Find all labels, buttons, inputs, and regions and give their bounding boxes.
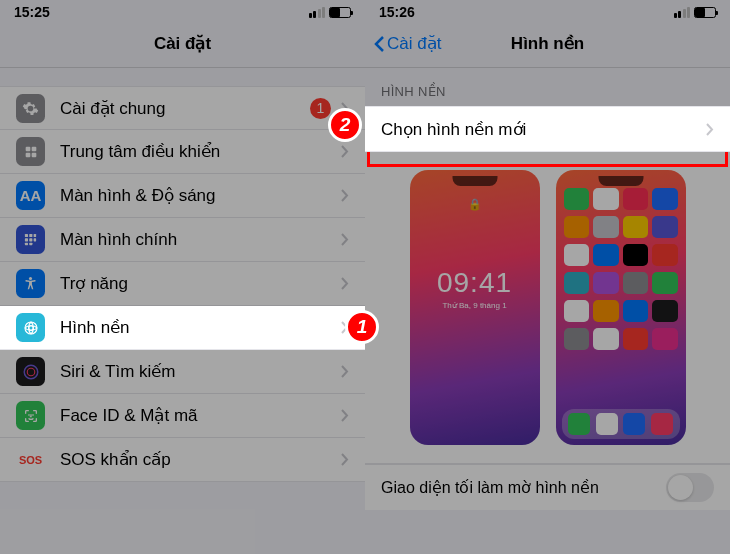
sos-icon: SOS: [16, 445, 45, 474]
cell-choose-wallpaper[interactable]: Chọn hình nền mới: [365, 106, 730, 152]
chevron-right-icon: [341, 145, 349, 158]
cell-display[interactable]: AA Màn hình & Độ sáng: [0, 174, 365, 218]
svg-point-14: [25, 322, 37, 334]
svg-rect-3: [31, 152, 36, 157]
back-label: Cài đặt: [387, 33, 441, 54]
battery-icon: [694, 7, 716, 18]
cell-label: Giao diện tối làm mờ hình nền: [381, 478, 666, 497]
svg-rect-6: [34, 234, 37, 237]
cell-control-center[interactable]: Trung tâm điều khiển: [0, 130, 365, 174]
chevron-right-icon: [341, 365, 349, 378]
cell-label: Chọn hình nền mới: [381, 119, 706, 140]
status-time: 15:26: [379, 4, 415, 20]
cell-siri[interactable]: Siri & Tìm kiếm: [0, 350, 365, 394]
cell-label: Siri & Tìm kiếm: [60, 361, 341, 382]
cell-home-screen[interactable]: Màn hình chính: [0, 218, 365, 262]
svg-point-12: [29, 277, 32, 280]
home-screen-preview[interactable]: [556, 170, 686, 445]
svg-rect-7: [25, 238, 28, 241]
display-icon: AA: [16, 181, 45, 210]
status-indicators: [309, 7, 352, 18]
status-bar: 15:25: [0, 0, 365, 20]
step-marker-2: 2: [328, 108, 362, 142]
cell-label: Face ID & Mật mã: [60, 405, 341, 426]
chevron-right-icon: [341, 189, 349, 202]
chevron-left-icon: [373, 35, 385, 53]
svg-rect-10: [25, 243, 28, 246]
wallpaper-icon: [16, 313, 45, 342]
cell-label: Màn hình chính: [60, 230, 341, 250]
faceid-icon: [16, 401, 45, 430]
signal-icon: [674, 7, 691, 18]
section-header: HÌNH NỀN: [365, 68, 730, 106]
cell-label: Trợ năng: [60, 273, 341, 294]
nav-bar: Cài đặt Hình nền: [365, 20, 730, 68]
accessibility-icon: [16, 269, 45, 298]
gear-icon: [16, 94, 45, 123]
svg-rect-11: [29, 243, 32, 246]
svg-rect-1: [31, 146, 36, 151]
status-bar: 15:26: [365, 0, 730, 20]
cell-wallpaper[interactable]: Hình nền: [0, 306, 365, 350]
cell-dark-dim: Giao diện tối làm mờ hình nền: [365, 464, 730, 510]
status-indicators: [674, 7, 717, 18]
nav-bar: Cài đặt: [0, 20, 365, 68]
back-button[interactable]: Cài đặt: [373, 33, 441, 54]
cell-label: SOS khẩn cấp: [60, 449, 341, 470]
svg-point-16: [27, 368, 35, 376]
status-time: 15:25: [14, 4, 50, 20]
settings-root-screen: 15:25 Cài đặt Cài đặt chung 1 Trung tâm …: [0, 0, 365, 554]
svg-rect-5: [29, 234, 32, 237]
notification-badge: 1: [310, 98, 331, 119]
chevron-right-icon: [706, 123, 714, 136]
signal-icon: [309, 7, 326, 18]
chevron-right-icon: [341, 277, 349, 290]
chevron-right-icon: [341, 409, 349, 422]
cell-general[interactable]: Cài đặt chung 1: [0, 86, 365, 130]
page-title: Cài đặt: [154, 33, 211, 54]
wallpaper-settings-screen: 15:26 Cài đặt Hình nền HÌNH NỀN Chọn hìn…: [365, 0, 730, 554]
siri-icon: [16, 357, 45, 386]
svg-point-15: [24, 365, 38, 379]
cell-sos[interactable]: SOS SOS khẩn cấp: [0, 438, 365, 482]
svg-rect-2: [25, 152, 30, 157]
cell-label: Hình nền: [60, 317, 341, 338]
svg-rect-0: [25, 146, 30, 151]
chevron-right-icon: [341, 233, 349, 246]
page-title: Hình nền: [511, 33, 584, 54]
battery-icon: [329, 7, 351, 18]
svg-point-13: [28, 325, 33, 330]
cell-accessibility[interactable]: Trợ năng: [0, 262, 365, 306]
svg-rect-9: [34, 238, 37, 241]
svg-rect-8: [29, 238, 32, 241]
dark-dim-toggle[interactable]: [666, 473, 714, 502]
step-marker-1: 1: [345, 310, 379, 344]
home-grid-icon: [16, 225, 45, 254]
lock-preview-time: 09:41 Thứ Ba, 9 tháng 1: [410, 267, 540, 310]
wallpaper-preview-area: 🔒 09:41 Thứ Ba, 9 tháng 1: [365, 152, 730, 464]
lock-icon: 🔒: [410, 198, 540, 211]
cell-label: Màn hình & Độ sáng: [60, 185, 341, 206]
svg-rect-4: [25, 234, 28, 237]
chevron-right-icon: [341, 453, 349, 466]
cell-label: Cài đặt chung: [60, 98, 310, 119]
cell-faceid[interactable]: Face ID & Mật mã: [0, 394, 365, 438]
cell-label: Trung tâm điều khiển: [60, 141, 341, 162]
lock-screen-preview[interactable]: 🔒 09:41 Thứ Ba, 9 tháng 1: [410, 170, 540, 445]
sliders-icon: [16, 137, 45, 166]
